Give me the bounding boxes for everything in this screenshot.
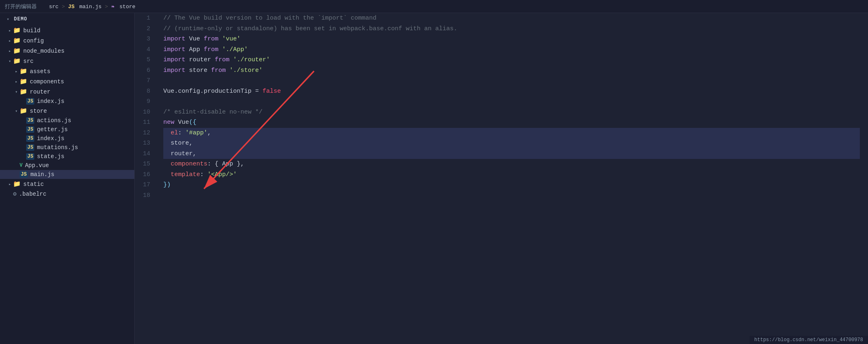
sidebar-item-router-index[interactable]: JS index.js bbox=[0, 97, 134, 106]
sidebar-item-node-modules[interactable]: 📁 node_modules bbox=[0, 46, 134, 56]
node-modules-label: node_modules bbox=[23, 48, 65, 54]
sidebar-item-store[interactable]: 📁 store bbox=[0, 106, 134, 116]
config-label: config bbox=[23, 38, 44, 44]
mutations-js-icon: JS bbox=[26, 144, 34, 151]
sidebar-item-state[interactable]: JS state.js bbox=[0, 152, 134, 161]
code-line-8: Vue.config.productionTip = false bbox=[163, 86, 860, 97]
state-js-icon: JS bbox=[26, 153, 34, 160]
components-folder-icon: 📁 bbox=[20, 78, 27, 85]
code-line-3: import Vue from 'vue' bbox=[163, 34, 860, 45]
open-editors-label: 打开的编辑器 bbox=[5, 3, 37, 10]
assets-chevron bbox=[13, 69, 20, 74]
router-chevron bbox=[13, 89, 20, 94]
sidebar-item-assets[interactable]: 📁 assets bbox=[0, 66, 134, 76]
app-vue-label: App.vue bbox=[25, 162, 49, 169]
code-line-17: }) bbox=[163, 180, 860, 190]
code-content: // The Vue build version to load with th… bbox=[155, 13, 868, 344]
code-line-9 bbox=[163, 96, 860, 107]
line-numbers: 1 2 3 4 5 6 7 8 9 10 11 12 13 14 15 16 1… bbox=[135, 13, 155, 344]
code-line-18 bbox=[163, 190, 860, 201]
app-vue-icon: V bbox=[20, 163, 22, 168]
sidebar-item-static[interactable]: 📁 static bbox=[0, 179, 134, 189]
node-modules-chevron bbox=[7, 49, 13, 54]
breadcrumb-file: main.js bbox=[79, 4, 102, 10]
breadcrumb-js: JS bbox=[68, 4, 75, 10]
editor: 1 2 3 4 5 6 7 8 9 10 11 12 13 14 15 16 1… bbox=[135, 13, 868, 344]
getter-js-icon: JS bbox=[26, 126, 34, 133]
router-label: router bbox=[30, 89, 50, 95]
code-line-12: el: '#app', bbox=[163, 128, 860, 138]
code-line-5: import router from './router' bbox=[163, 55, 860, 65]
url-text: https://blog.csdn.net/weixin_44700978 bbox=[754, 337, 863, 343]
code-line-14: router, bbox=[163, 149, 860, 159]
actions-js-icon: JS bbox=[26, 117, 34, 124]
code-line-13: store, bbox=[163, 138, 860, 149]
state-label: state.js bbox=[37, 153, 64, 160]
url-bar: https://blog.csdn.net/weixin_44700978 bbox=[750, 336, 868, 344]
sidebar-header: DEMO bbox=[0, 13, 134, 25]
breadcrumb-src: src bbox=[49, 4, 58, 10]
code-line-2: // (runtime-only or standalone) has been… bbox=[163, 24, 860, 34]
assets-folder-icon: 📁 bbox=[20, 67, 27, 75]
static-chevron bbox=[7, 182, 13, 187]
sidebar-item-store-index[interactable]: JS index.js bbox=[0, 134, 134, 143]
actions-label: actions.js bbox=[37, 117, 71, 124]
sidebar-item-config[interactable]: 📁 config bbox=[0, 36, 134, 46]
code-line-16: template: '<App/>' bbox=[163, 170, 860, 180]
code-area: 1 2 3 4 5 6 7 8 9 10 11 12 13 14 15 16 1… bbox=[135, 13, 868, 344]
babelrc-icon: ⚙ bbox=[13, 190, 16, 197]
static-label: static bbox=[23, 181, 44, 188]
demo-chevron[interactable] bbox=[5, 17, 11, 22]
components-chevron bbox=[13, 79, 20, 84]
code-line-7 bbox=[163, 76, 860, 86]
store-index-label: index.js bbox=[37, 135, 64, 142]
store-index-js-icon: JS bbox=[26, 135, 34, 142]
router-index-js-icon: JS bbox=[26, 98, 34, 105]
getter-label: getter.js bbox=[37, 126, 68, 133]
babelrc-label: .babelrc bbox=[19, 191, 46, 197]
config-chevron bbox=[7, 38, 13, 43]
sidebar-item-getter[interactable]: JS getter.js bbox=[0, 125, 134, 134]
router-index-label: index.js bbox=[37, 98, 64, 105]
config-folder-icon: 📁 bbox=[13, 37, 21, 45]
main-js-label: main.js bbox=[30, 171, 54, 178]
build-chevron bbox=[7, 28, 13, 33]
sidebar-item-build[interactable]: 📁 build bbox=[0, 25, 134, 36]
components-label: components bbox=[30, 78, 64, 85]
mutations-label: mutations.js bbox=[37, 144, 78, 151]
assets-label: assets bbox=[30, 68, 50, 75]
top-bar: 打开的编辑器 src > JS main.js > ❧ store bbox=[0, 0, 868, 13]
sidebar-item-router[interactable]: 📁 router bbox=[0, 87, 134, 97]
code-line-11: new Vue({ bbox=[163, 117, 860, 128]
sidebar-item-main-js[interactable]: JS main.js bbox=[0, 170, 134, 179]
build-folder-icon: 📁 bbox=[13, 27, 21, 34]
sidebar-item-actions[interactable]: JS actions.js bbox=[0, 116, 134, 125]
src-label: src bbox=[23, 58, 33, 65]
sidebar-item-babelrc[interactable]: ⚙ .babelrc bbox=[0, 189, 134, 199]
code-line-15: components: { App }, bbox=[163, 159, 860, 170]
router-folder-icon: 📁 bbox=[20, 88, 27, 96]
store-chevron bbox=[13, 109, 20, 114]
store-folder-icon: 📁 bbox=[20, 107, 27, 115]
main-js-icon: JS bbox=[20, 171, 28, 178]
code-line-4: import App from './App' bbox=[163, 45, 860, 55]
store-icon: ❧ bbox=[111, 3, 114, 10]
sidebar-item-components[interactable]: 📁 components bbox=[0, 76, 134, 87]
sidebar: DEMO 📁 build 📁 config 📁 node_modules 📁 s… bbox=[0, 13, 135, 344]
build-label: build bbox=[23, 27, 40, 34]
static-folder-icon: 📁 bbox=[13, 180, 21, 188]
code-line-1: // The Vue build version to load with th… bbox=[163, 13, 860, 24]
breadcrumb-store: store bbox=[120, 4, 136, 10]
sidebar-item-mutations[interactable]: JS mutations.js bbox=[0, 143, 134, 152]
code-line-6: import store from './store' bbox=[163, 65, 860, 76]
demo-label: DEMO bbox=[14, 16, 27, 22]
node-modules-folder-icon: 📁 bbox=[13, 47, 21, 55]
src-folder-icon: 📁 bbox=[13, 57, 21, 65]
code-line-10: /* eslint-disable no-new */ bbox=[163, 107, 860, 118]
sidebar-item-app-vue[interactable]: V App.vue bbox=[0, 161, 134, 170]
breadcrumb: src > JS main.js > ❧ store bbox=[49, 3, 136, 10]
src-chevron bbox=[7, 59, 13, 64]
sidebar-item-src[interactable]: 📁 src bbox=[0, 56, 134, 66]
store-label: store bbox=[30, 108, 47, 114]
